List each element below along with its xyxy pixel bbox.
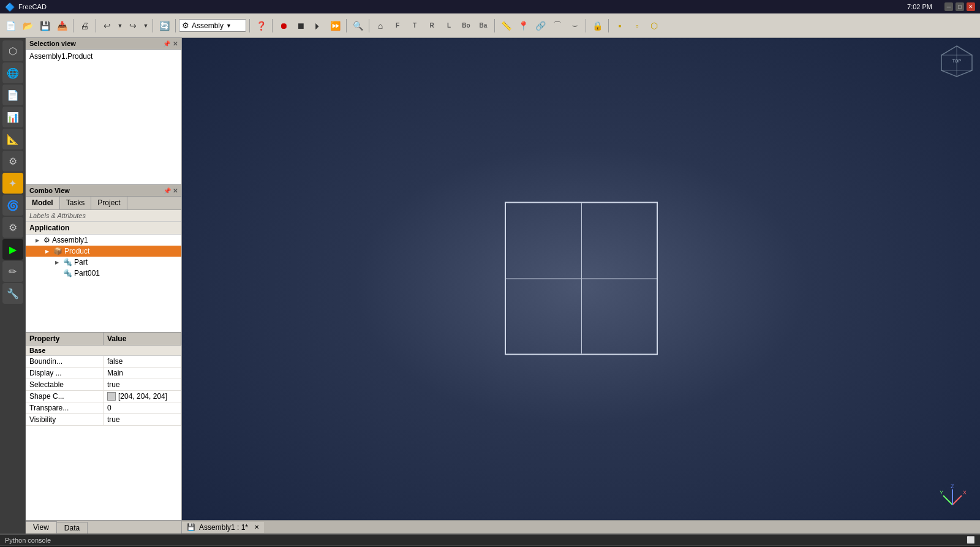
fitall-button[interactable]: 🔍 (350, 18, 366, 34)
arc-button[interactable]: ⌒ (549, 18, 565, 34)
selection-view-header: Selection view 📌 ✕ (26, 38, 181, 50)
part-icon: 🔩 (63, 258, 72, 266)
arc2-button[interactable]: ⌣ (567, 18, 582, 34)
viewport[interactable]: TOP 108.1/0.4 fps X Y Z (182, 38, 980, 534)
doc-tab[interactable]: 💾 Assembly1 : 1* ✕ (182, 522, 264, 533)
prop-name-shapecolor[interactable]: Shape C... (26, 391, 104, 402)
sidebar-icon-config[interactable]: 🔧 (2, 283, 23, 304)
front-view-button[interactable]: F (390, 18, 405, 34)
doc-tab-close[interactable]: ✕ (254, 524, 259, 530)
sidebar-icon-sketch[interactable]: ✏ (2, 261, 23, 282)
sidebar-icon-terminal[interactable]: ▶ (2, 239, 23, 260)
selection-view-controls: 📌 ✕ (163, 40, 178, 47)
maximize-button[interactable]: □ (956, 2, 964, 11)
separator9 (494, 19, 495, 32)
redo-button[interactable]: ↪ (125, 18, 141, 34)
python-console: Python console ⬜ >>> App.activeDocument(… (0, 534, 980, 547)
prop-row-bounding: Boundin... false (26, 356, 181, 368)
tab-view[interactable]: View (26, 521, 57, 534)
prop-name-visibility[interactable]: Visibility (26, 414, 104, 425)
top-view-button[interactable]: T (407, 18, 423, 34)
prop-name-display[interactable]: Display ... (26, 368, 104, 379)
prop-value-shapecolor[interactable]: [204, 204, 204] (104, 391, 181, 402)
axis-indicator: X Y Z (937, 483, 968, 515)
svg-text:TOP: TOP (952, 59, 962, 63)
right-view-button[interactable]: R (424, 18, 440, 34)
link-button[interactable]: 🔗 (532, 18, 548, 34)
combo-view-close[interactable]: ✕ (173, 187, 178, 194)
prop-row-visibility: Visibility true (26, 414, 181, 426)
svg-line-5 (952, 496, 962, 505)
tab-project[interactable]: Project (91, 197, 127, 209)
sidebar-icon-assembly[interactable]: ⚙ (2, 151, 23, 172)
record-button[interactable]: ⏺ (276, 18, 292, 34)
sidebar-icon-browser[interactable]: 🌐 (2, 62, 23, 83)
titlebar-title: 🔷 FreeCAD (5, 2, 47, 12)
prop-value-display[interactable]: Main (104, 368, 181, 379)
open-button[interactable]: 📂 (20, 18, 36, 34)
separator3 (153, 19, 153, 32)
new-button[interactable]: 📄 (2, 18, 18, 34)
saveas-button[interactable]: 📥 (54, 18, 70, 34)
sidebar-icon-settings[interactable]: ⚙ (2, 217, 23, 238)
sidebar-icon-drawing[interactable]: 📐 (2, 129, 23, 149)
refresh-button[interactable]: 🔄 (156, 18, 172, 34)
tab-model[interactable]: Model (26, 197, 60, 209)
play-button[interactable]: ⏵ (310, 18, 326, 34)
prop-row-shapecolor: Shape C... [204, 204, 204] (26, 391, 181, 402)
undo-dropdown[interactable]: ▼ (116, 18, 124, 34)
bottom-view-button[interactable]: Bo (458, 18, 474, 34)
minimize-button[interactable]: ─ (944, 2, 953, 11)
box2-button[interactable]: ▫ (629, 18, 645, 34)
home-view-button[interactable]: ⌂ (372, 18, 388, 34)
prop-name-selectable[interactable]: Selectable (26, 379, 104, 390)
sidebar-icon-freecad2[interactable]: ✦ (2, 173, 23, 194)
workbench-selector[interactable]: ⚙ Assembly ▼ (179, 19, 246, 32)
sidebar-icon-spreadsheet[interactable]: 📊 (2, 107, 23, 127)
box1-button[interactable]: ▪ (612, 18, 628, 34)
view-data-tabs: View Data (26, 520, 181, 534)
prop-value-bounding[interactable]: false (104, 356, 181, 367)
sidebar-icon-freecad[interactable]: ⬡ (2, 40, 23, 61)
svg-line-7 (943, 496, 952, 505)
sidebar-icon-render[interactable]: 🌀 (2, 195, 23, 216)
navcube[interactable]: TOP (938, 43, 975, 81)
tree-item-part[interactable]: ▶ 🔩 Part (26, 257, 181, 268)
measure-button[interactable]: 📏 (498, 18, 514, 34)
left-view-button[interactable]: L (441, 18, 457, 34)
redo-dropdown[interactable]: ▼ (142, 18, 149, 34)
tree-item-assembly1[interactable]: ▶ ⚙ Assembly1 (26, 235, 181, 246)
back-view-button[interactable]: Ba (475, 18, 491, 34)
console-expand-icon[interactable]: ⬜ (967, 536, 975, 544)
tree-item-part001[interactable]: ▶ 🔩 Part001 (26, 268, 181, 279)
separator1 (73, 19, 74, 32)
prop-value-transparency[interactable]: 0 (104, 402, 181, 413)
tab-tasks[interactable]: Tasks (60, 197, 92, 209)
undo-button[interactable]: ↩ (99, 18, 115, 34)
doc-tab-label: Assembly1 : 1* (199, 523, 248, 532)
prop-value-visibility[interactable]: true (104, 414, 181, 425)
sidebar-icon-document[interactable]: 📄 (2, 85, 23, 105)
combo-view-pin[interactable]: 📌 (164, 187, 171, 194)
shape-outline (505, 202, 658, 355)
constraint-button[interactable]: 📍 (515, 18, 531, 34)
close-button[interactable]: ✕ (967, 2, 975, 11)
doc-tab-bar: 💾 Assembly1 : 1* ✕ (182, 520, 980, 534)
selection-view-pin[interactable]: 📌 (163, 40, 170, 47)
svg-text:X: X (963, 489, 967, 496)
prop-value-selectable[interactable]: true (104, 379, 181, 390)
lock-button[interactable]: 🔒 (589, 18, 605, 34)
tab-data[interactable]: Data (57, 522, 88, 534)
python-console-title: Python console (5, 537, 51, 544)
cylinder-button[interactable]: ⬡ (646, 18, 662, 34)
stop-button[interactable]: ⏹ (293, 18, 309, 34)
selection-view-close[interactable]: ✕ (173, 40, 178, 47)
tree-item-product[interactable]: ▶ 📦 Product (26, 246, 181, 257)
prop-name-transparency[interactable]: Transpare... (26, 402, 104, 413)
save-button[interactable]: 💾 (37, 18, 53, 34)
print-button[interactable]: 🖨 (77, 18, 92, 34)
tree-arrow-assembly1: ▶ (36, 238, 42, 243)
prop-name-bounding[interactable]: Boundin... (26, 356, 104, 367)
fastforward-button[interactable]: ⏩ (327, 18, 343, 34)
help-button[interactable]: ❓ (253, 18, 269, 34)
